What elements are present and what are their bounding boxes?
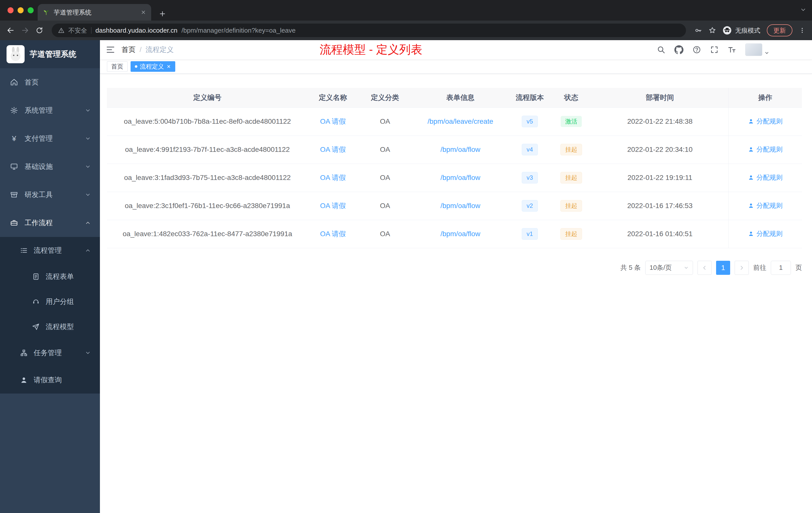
send-icon — [32, 323, 40, 331]
breadcrumb-home[interactable]: 首页 — [121, 45, 136, 55]
chevron-down-icon — [85, 108, 91, 114]
assign-rule-link[interactable]: 分配规则 — [748, 145, 783, 154]
close-window-button[interactable] — [7, 7, 13, 13]
cell-deploy-time: 2022-01-22 20:34:10 — [591, 135, 728, 163]
update-browser-button[interactable]: 更新 — [767, 24, 792, 36]
sidebar-item-infrastructure[interactable]: 基础设施 — [0, 153, 100, 181]
briefcase-icon — [10, 219, 18, 227]
definition-name-link[interactable]: OA 请假 — [320, 202, 346, 210]
address-bar[interactable]: 不安全 dashboard.yudao.iocoder.cn /bpm/mana… — [52, 24, 686, 37]
sidebar-item-workflow[interactable]: 工作流程 — [0, 209, 100, 237]
definition-name-link[interactable]: OA 请假 — [320, 174, 346, 181]
avatar[interactable] — [745, 43, 762, 56]
assign-rule-link[interactable]: 分配规则 — [748, 201, 783, 210]
table-row: oa_leave:4:991f2193-7b7f-11ec-a3c8-acde4… — [107, 135, 802, 163]
pagination: 共 5 条 10条/页 1 前往 页 — [107, 261, 802, 275]
assign-rule-link[interactable]: 分配规则 — [748, 173, 783, 182]
fullscreen-icon[interactable] — [710, 46, 719, 54]
user-avatar-dropdown[interactable] — [745, 43, 769, 56]
form-link[interactable]: /bpm/oa/flow — [440, 202, 480, 210]
sidebar-item-label: 支付管理 — [25, 134, 53, 143]
sidebar-item-label: 流程模型 — [46, 322, 74, 332]
headset-users-icon — [32, 298, 40, 305]
sidebar-item-system[interactable]: 系统管理 — [0, 96, 100, 124]
url-path: /bpm/manager/definition?key=oa_leave — [181, 27, 296, 34]
annotation-title: 流程模型 - 定义列表 — [320, 42, 422, 58]
tag-process-definition[interactable]: 流程定义 — [130, 61, 175, 72]
table-header-row: 定义编号 定义名称 定义分类 表单信息 流程版本 状态 部署时间 操作 — [107, 88, 802, 108]
page-size-select[interactable]: 10条/页 — [645, 261, 693, 275]
version-badge: v5 — [522, 116, 538, 127]
assign-rule-label: 分配规则 — [756, 173, 783, 182]
yen-icon: ¥ — [10, 134, 18, 143]
incognito-icon — [723, 26, 732, 35]
sidebar-toggle-hamburger-icon[interactable] — [106, 45, 115, 54]
form-link[interactable]: /bpm/oa/flow — [440, 230, 480, 238]
cell-deploy-time: 2022-01-16 17:46:53 — [591, 192, 728, 220]
browser-menu-kebab-icon[interactable] — [799, 27, 806, 34]
github-icon[interactable] — [674, 45, 684, 54]
back-button[interactable] — [6, 26, 14, 34]
tag-close-icon[interactable] — [167, 64, 171, 69]
search-icon[interactable] — [657, 46, 665, 54]
sidebar-item-label: 基础设施 — [25, 162, 53, 172]
cell-deploy-time: 2022-01-22 21:48:38 — [591, 108, 728, 135]
bookmark-star-icon[interactable] — [708, 27, 716, 34]
status-badge: 激活 — [561, 116, 582, 127]
sidebar-item-leave-query[interactable]: 请假查询 — [0, 366, 100, 394]
sidebar-item-process-management[interactable]: 流程管理 — [0, 237, 100, 264]
form-link[interactable]: /bpm/oa/leave/create — [428, 117, 493, 125]
next-page-button[interactable] — [735, 261, 749, 275]
url-domain: dashboard.yudao.iocoder.cn — [95, 27, 177, 34]
org-tree-icon — [20, 349, 28, 357]
sidebar-item-process-form[interactable]: 流程表单 — [0, 264, 100, 289]
sidebar-item-label: 首页 — [25, 78, 39, 87]
definition-name-link[interactable]: OA 请假 — [320, 146, 346, 153]
definition-name-link[interactable]: OA 请假 — [320, 230, 346, 238]
workflow-submenu: 流程管理 流程表单 用户分组 — [0, 237, 100, 394]
font-size-icon[interactable] — [728, 46, 736, 54]
forward-button[interactable] — [21, 26, 29, 34]
tab-close-icon[interactable] — [141, 9, 146, 15]
sidebar-item-label: 请假查询 — [34, 375, 62, 385]
monitor-icon — [10, 163, 18, 171]
sidebar-item-dev-tools[interactable]: 研发工具 — [0, 181, 100, 209]
sidebar-item-task-management[interactable]: 任务管理 — [0, 339, 100, 366]
chevron-up-icon — [85, 247, 91, 253]
assign-rule-label: 分配规则 — [756, 117, 783, 126]
sidebar-item-user-group[interactable]: 用户分组 — [0, 289, 100, 314]
cell-definition-id: oa_leave:3:1fad3d93-7b75-11ec-a3c8-acde4… — [107, 163, 308, 192]
assign-rule-link[interactable]: 分配规则 — [748, 230, 783, 238]
sidebar-item-home[interactable]: 首页 — [0, 68, 100, 96]
password-key-icon[interactable] — [695, 27, 702, 34]
cell-definition-id: oa_leave:5:004b710b-7b8a-11ec-8ef0-acde4… — [107, 108, 308, 135]
active-dot — [135, 65, 137, 68]
tab-overflow-chevron-icon[interactable] — [800, 6, 807, 13]
col-form-info: 表单信息 — [412, 88, 509, 108]
minimize-window-button[interactable] — [18, 7, 24, 13]
form-link[interactable]: /bpm/oa/flow — [440, 174, 480, 181]
sidebar-logo[interactable]: 芋道管理系统 — [0, 40, 100, 68]
tag-home[interactable]: 首页 — [107, 61, 127, 72]
sidebar-item-process-model[interactable]: 流程模型 — [0, 314, 100, 339]
col-definition-name: 定义名称 — [308, 88, 358, 108]
new-tab-button[interactable] — [159, 10, 166, 18]
page-number-button[interactable]: 1 — [716, 261, 730, 275]
cell-definition-id: oa_leave:4:991f2193-7b7f-11ec-a3c8-acde4… — [107, 135, 308, 163]
sidebar-item-label: 流程表单 — [46, 272, 74, 281]
reload-button[interactable] — [36, 27, 43, 34]
maximize-window-button[interactable] — [28, 7, 34, 13]
sidebar-item-payment[interactable]: ¥ 支付管理 — [0, 124, 100, 153]
col-definition-category: 定义分类 — [358, 88, 412, 108]
prev-page-button[interactable] — [697, 261, 712, 275]
browser-tab[interactable]: 芋道管理系统 — [38, 4, 151, 21]
definition-name-link[interactable]: OA 请假 — [320, 117, 346, 125]
cell-category: OA — [358, 163, 412, 192]
assign-rule-link[interactable]: 分配规则 — [748, 117, 783, 126]
help-icon[interactable] — [693, 46, 701, 54]
page-unit-label: 页 — [795, 263, 802, 272]
goto-page-input[interactable] — [771, 261, 791, 275]
incognito-label: 无痕模式 — [735, 26, 760, 35]
form-link[interactable]: /bpm/oa/flow — [440, 146, 480, 153]
cell-deploy-time: 2022-01-16 01:40:51 — [591, 220, 728, 248]
